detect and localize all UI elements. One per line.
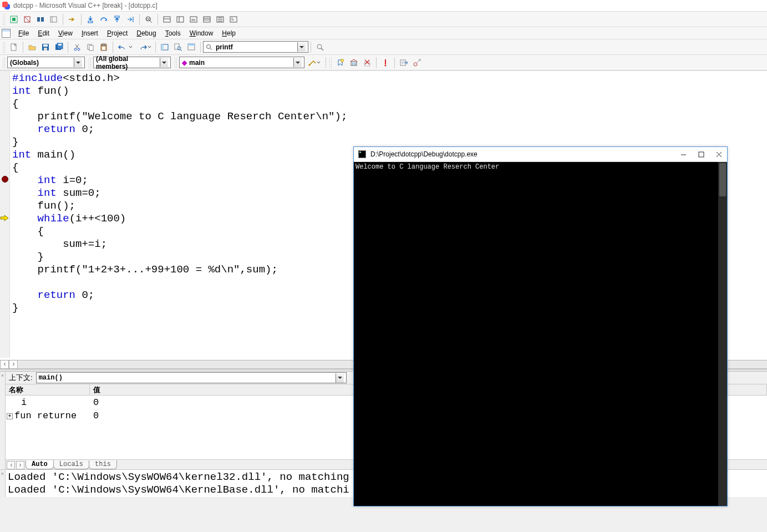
find-button[interactable] <box>314 41 326 53</box>
expand-icon[interactable]: + <box>7 413 13 419</box>
copy-button[interactable] <box>84 41 96 53</box>
paste-button[interactable] <box>98 41 110 53</box>
menu-project[interactable]: Project <box>103 28 132 38</box>
step-over-button[interactable] <box>98 13 110 26</box>
menu-help[interactable]: Help <box>217 28 240 38</box>
callstack-window-button[interactable] <box>214 13 226 26</box>
workspace-button[interactable] <box>159 41 171 53</box>
dropdown-icon[interactable] <box>336 373 344 383</box>
stop-build-button[interactable] <box>361 57 373 69</box>
show-next-statement-button[interactable] <box>66 13 78 26</box>
memory-window-button[interactable] <box>201 13 213 26</box>
scroll-left-button[interactable] <box>0 360 9 369</box>
scroll-right-button[interactable] <box>9 360 18 369</box>
dropdown-icon[interactable] <box>293 58 302 67</box>
tab-locals[interactable]: Locals <box>53 460 89 469</box>
toolbar-grip[interactable] <box>329 57 332 68</box>
dock-grip-icon[interactable]: × <box>0 372 6 469</box>
find-in-files-button[interactable] <box>172 41 184 53</box>
mdi-document-icon[interactable] <box>2 29 11 38</box>
redo-button[interactable] <box>135 41 153 53</box>
svg-rect-52 <box>354 63 356 65</box>
maximize-button[interactable] <box>697 150 705 158</box>
svg-rect-51 <box>352 63 354 65</box>
resource-button[interactable] <box>185 41 197 53</box>
find-combobox[interactable]: printf <box>203 41 308 53</box>
members-combo[interactable]: (All global members) <box>93 57 171 68</box>
editor-gutter[interactable] <box>0 71 10 358</box>
breakpoint-icon[interactable] <box>2 176 8 183</box>
execute-button[interactable] <box>379 57 392 69</box>
dropdown-icon[interactable] <box>160 58 168 67</box>
tabs-prev-button[interactable] <box>7 461 15 469</box>
close-button[interactable] <box>715 150 723 158</box>
watch-window-button[interactable] <box>161 13 173 26</box>
console-output: Welcome to C language Reserch Center <box>355 163 499 171</box>
svg-line-41 <box>180 49 182 51</box>
console-body[interactable]: Welcome to C language Reserch Center <box>354 162 727 497</box>
tab-auto[interactable]: Auto <box>26 460 54 469</box>
menu-window[interactable]: Window <box>185 28 218 38</box>
toolbar-grip[interactable] <box>2 42 6 53</box>
registers-window-button[interactable]: ax <box>187 13 200 26</box>
step-into-button[interactable] <box>84 13 96 26</box>
toolbar-grip[interactable] <box>2 14 6 25</box>
wizard-bar: (Globals) (All global members) ◆ main <box>0 55 767 70</box>
svg-rect-22 <box>230 17 237 22</box>
run-to-cursor-button[interactable] <box>124 13 136 26</box>
variables-window-button[interactable] <box>174 13 186 26</box>
new-file-button[interactable] <box>8 41 20 53</box>
build-button[interactable] <box>348 57 360 69</box>
debug-toolbar: 60 ax <box>0 12 767 27</box>
svg-rect-33 <box>89 45 93 50</box>
compile-button[interactable] <box>334 57 347 69</box>
context-combo[interactable]: main() <box>36 372 347 383</box>
class-scope-combo[interactable]: (Globals) <box>7 57 85 68</box>
disassembly-window-button[interactable] <box>227 13 240 26</box>
save-all-button[interactable] <box>53 41 65 53</box>
undo-button[interactable] <box>116 41 134 53</box>
insert-breakpoint-button[interactable] <box>411 57 423 69</box>
toolbar-grip[interactable] <box>2 57 6 68</box>
apply-changes-button[interactable] <box>48 13 60 26</box>
menu-file[interactable]: File <box>14 28 33 38</box>
quickwatch-button[interactable]: 60 <box>143 13 155 26</box>
toolbar-grip[interactable] <box>88 57 92 68</box>
function-combo[interactable]: ◆ main <box>179 57 304 68</box>
var-name: + fun returne <box>6 411 90 421</box>
save-button[interactable] <box>39 41 52 53</box>
dropdown-icon[interactable] <box>297 42 306 52</box>
open-file-button[interactable] <box>26 41 38 53</box>
minimize-button[interactable] <box>679 150 687 158</box>
menu-bar: File Edit View Insert Project Debug Tool… <box>0 27 767 39</box>
window-title: dotcpp - Microsoft Visual C++ [break] - … <box>13 2 158 9</box>
col-name-header[interactable]: 名称 <box>6 384 90 395</box>
cut-button[interactable] <box>71 41 83 53</box>
menu-edit[interactable]: Edit <box>33 28 54 38</box>
restart-debug-button[interactable] <box>8 13 20 26</box>
console-icon <box>358 150 366 158</box>
tab-this[interactable]: this <box>89 460 117 469</box>
menu-insert[interactable]: Insert <box>77 28 103 38</box>
console-window[interactable]: D:\Project\dotcpp\Debug\dotcpp.exe Welco… <box>353 146 728 497</box>
break-all-button[interactable] <box>34 13 47 26</box>
menu-view[interactable]: View <box>54 28 77 38</box>
dock-grip-icon[interactable]: × <box>0 470 6 497</box>
go-button[interactable] <box>398 57 410 69</box>
console-vscrollbar[interactable] <box>718 162 727 497</box>
menu-tools[interactable]: Tools <box>161 28 185 38</box>
function-text: main <box>189 59 205 67</box>
svg-rect-12 <box>164 17 170 22</box>
scroll-thumb[interactable] <box>719 163 726 196</box>
output-text[interactable]: Loaded 'C:\Windows\SysWOW64\kernel32.dll… <box>6 470 352 497</box>
tabs-next-button[interactable] <box>16 461 24 469</box>
menu-debug[interactable]: Debug <box>132 28 160 38</box>
stop-debug-button[interactable] <box>21 13 33 26</box>
console-title-bar[interactable]: D:\Project\dotcpp\Debug\dotcpp.exe <box>354 147 727 162</box>
dropdown-icon[interactable] <box>74 58 82 67</box>
svg-rect-35 <box>102 44 105 45</box>
toolbar-grip[interactable] <box>174 57 177 68</box>
wizard-action-button[interactable] <box>305 57 323 69</box>
find-text: printf <box>216 43 233 51</box>
step-out-button[interactable] <box>111 13 123 26</box>
